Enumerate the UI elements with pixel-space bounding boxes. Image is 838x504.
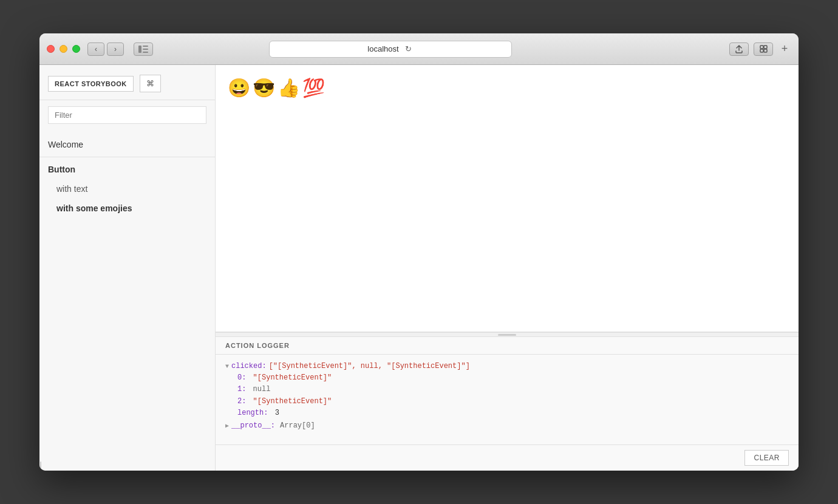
action-logger: ACTION LOGGER ▼ clicked: ["[SyntheticEve… (216, 337, 799, 471)
url-text: localhost (367, 44, 398, 53)
log-index-1: 1: (237, 385, 246, 393)
log-value-length: 3 (275, 409, 279, 417)
sidebar: REACT STORYBOOK ⌘ Welcome Button with te… (39, 65, 216, 471)
log-value-1: null (253, 385, 271, 393)
action-logger-footer: CLEAR (216, 444, 799, 471)
log-proto-value: Array[0] (280, 420, 315, 432)
address-bar[interactable]: localhost ↻ (269, 41, 512, 58)
log-item-2: 2: "[SyntheticEvent]" (225, 396, 789, 407)
toolbar-actions: + (729, 43, 791, 56)
log-index-2: 2: (237, 397, 246, 406)
log-entry-main: ▼ clicked: ["[SyntheticEvent]", null, "[… (225, 361, 789, 372)
log-value-0: "[SyntheticEvent]" (253, 373, 332, 382)
log-item-0: 0: "[SyntheticEvent]" (225, 372, 789, 384)
browser-window: ‹ › localhost ↻ (39, 33, 799, 471)
sidebar-nav: Welcome Button with text with some emoji… (39, 130, 215, 471)
preview-area: 😀😎👍💯 (216, 65, 799, 332)
share-button[interactable] (729, 43, 749, 56)
resize-handle-indicator (498, 334, 516, 336)
sidebar-item-with-text[interactable]: with text (39, 179, 215, 199)
storybook-title-button[interactable]: REACT STORYBOOK (48, 76, 134, 92)
title-bar: ‹ › localhost ↻ (39, 33, 799, 65)
log-proto-toggle[interactable]: ▶ (225, 421, 229, 431)
log-key: clicked: (231, 361, 267, 372)
forward-button[interactable]: › (107, 43, 124, 56)
browser-content: REACT STORYBOOK ⌘ Welcome Button with te… (39, 65, 799, 471)
fullscreen-button[interactable] (754, 43, 773, 56)
svg-rect-5 (764, 46, 767, 49)
emoji-display: 😀😎👍💯 (228, 77, 327, 98)
sidebar-divider-1 (39, 157, 215, 157)
clear-button[interactable]: CLEAR (744, 450, 789, 466)
log-summary: ["[SyntheticEvent]", null, "[SyntheticEv… (269, 361, 470, 372)
svg-rect-2 (143, 49, 148, 50)
sidebar-item-welcome[interactable]: Welcome (39, 135, 215, 154)
log-item-length: length: 3 (225, 407, 789, 419)
sidebar-item-button[interactable]: Button (39, 160, 215, 179)
traffic-light-close[interactable] (47, 45, 55, 53)
svg-rect-6 (760, 49, 763, 52)
shortcut-button[interactable]: ⌘ (140, 75, 161, 92)
resize-handle[interactable] (216, 332, 799, 337)
traffic-light-maximize[interactable] (72, 45, 80, 53)
sidebar-item-with-some-emojies[interactable]: with some emojies (39, 199, 215, 218)
reload-button[interactable]: ↻ (404, 44, 414, 54)
sidebar-header: REACT STORYBOOK ⌘ (39, 65, 215, 100)
svg-rect-7 (764, 49, 767, 52)
log-toggle[interactable]: ▼ (225, 362, 229, 372)
log-index-length: length: (237, 409, 268, 417)
svg-rect-3 (143, 52, 148, 53)
nav-buttons: ‹ › (87, 43, 124, 56)
back-button[interactable]: ‹ (87, 43, 104, 56)
sidebar-toggle-button[interactable] (134, 43, 153, 56)
traffic-light-minimize[interactable] (60, 45, 67, 53)
svg-rect-1 (143, 46, 148, 47)
new-tab-button[interactable]: + (778, 43, 791, 56)
svg-rect-0 (138, 46, 141, 53)
filter-input[interactable] (48, 106, 206, 124)
log-value-2: "[SyntheticEvent]" (253, 397, 332, 406)
log-item-1: 1: null (225, 384, 789, 395)
log-index-0: 0: (237, 373, 246, 382)
action-logger-body: ▼ clicked: ["[SyntheticEvent]", null, "[… (216, 355, 799, 444)
log-proto-label: __proto__: (231, 420, 275, 432)
traffic-lights (47, 45, 80, 53)
main-panel: 😀😎👍💯 ACTION LOGGER ▼ clicked: ["[Synthet… (216, 65, 799, 471)
svg-rect-4 (760, 46, 763, 49)
log-proto-line: ▶ __proto__: Array[0] (225, 420, 789, 432)
action-logger-header: ACTION LOGGER (216, 337, 799, 355)
